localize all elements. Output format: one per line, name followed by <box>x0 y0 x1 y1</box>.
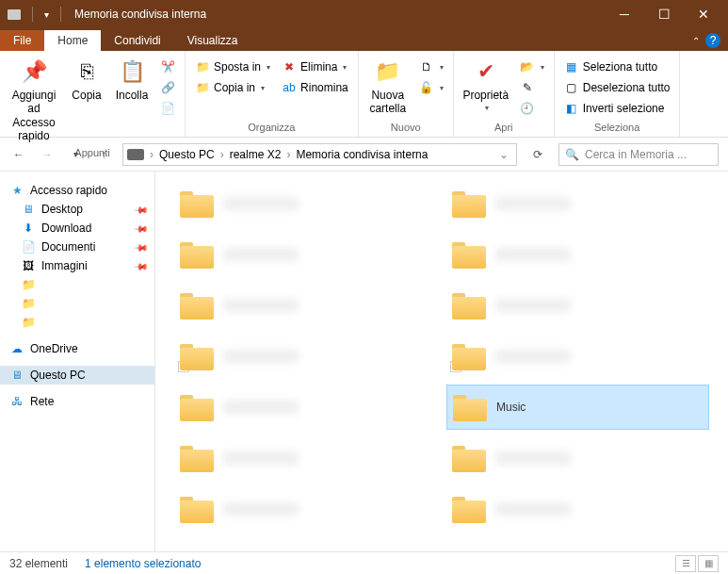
properties-button[interactable]: ✔ Proprietà ▾ <box>460 55 512 114</box>
search-input[interactable]: 🔍 Cerca in Memoria ... <box>558 143 719 166</box>
chevron-down-icon: ▾ <box>267 63 270 72</box>
qat-dropdown-icon[interactable]: ▾ <box>44 9 49 20</box>
forward-button[interactable]: → <box>38 148 57 161</box>
edit-button[interactable]: ✎ <box>516 79 548 96</box>
cut-icon: ✂️ <box>160 60 175 74</box>
sidebar-item-blur3[interactable]: 📁 <box>0 313 154 332</box>
folder-item[interactable] <box>446 486 709 532</box>
help-icon[interactable]: ? <box>705 33 720 48</box>
history-button[interactable]: 🕘 <box>516 100 548 117</box>
new-folder-button[interactable]: 📁 Nuova cartella <box>364 55 412 118</box>
tab-view[interactable]: Visualizza <box>174 30 251 51</box>
chevron-right-icon[interactable]: › <box>150 148 154 161</box>
maximize-button[interactable]: ☐ <box>655 7 673 22</box>
sidebar-item-documents[interactable]: 📄Documenti📌 <box>0 238 154 256</box>
copy-to-button[interactable]: 📁Copia in▾ <box>191 79 274 96</box>
folder-icon: 📁 <box>21 278 36 291</box>
select-all-button[interactable]: ▦Seleziona tutto <box>560 58 674 75</box>
content-area: ★Accesso rapido 🖥Desktop📌 ⬇Download📌 📄Do… <box>0 172 728 551</box>
select-none-button[interactable]: ▢Deseleziona tutto <box>560 79 674 96</box>
back-button[interactable]: ← <box>9 148 28 161</box>
refresh-button[interactable]: ⟳ <box>526 148 549 161</box>
folder-item-music[interactable]: Music <box>446 385 709 430</box>
folder-icon <box>180 240 214 269</box>
folder-item[interactable]: ↗ <box>174 334 437 379</box>
paste-shortcut-button[interactable]: 📄 <box>156 100 179 117</box>
folder-item[interactable] <box>446 435 709 481</box>
chevron-right-icon[interactable]: › <box>220 148 224 161</box>
tab-share[interactable]: Condividi <box>101 30 173 51</box>
crumb-device[interactable]: realme X2 <box>226 148 285 161</box>
easy-access-button[interactable]: 🔓▾ <box>415 79 447 96</box>
chevron-down-icon: ▾ <box>343 63 347 72</box>
separator <box>60 7 61 22</box>
crumb-current[interactable]: Memoria condivisa interna <box>292 148 431 161</box>
chevron-down-icon: ▾ <box>485 104 489 112</box>
pin-icon: 📌 <box>22 57 47 87</box>
new-extra: 🗋▾ 🔓▾ <box>415 55 447 96</box>
folder-icon: 📁 <box>21 316 36 329</box>
breadcrumb[interactable]: › Questo PC › realme X2 › Memoria condiv… <box>122 143 517 166</box>
group-label-new: Nuovo <box>364 120 447 137</box>
paste-icon: 📋 <box>120 57 145 87</box>
details-view-button[interactable]: ☰ <box>675 555 696 572</box>
copy-icon: ⎘ <box>81 57 93 87</box>
properties-icon: ✔ <box>477 57 494 87</box>
sidebar-network[interactable]: 🖧Rete <box>0 392 154 411</box>
folder-item[interactable] <box>174 232 437 277</box>
star-icon: ★ <box>9 184 24 197</box>
crumb-thispc[interactable]: Questo PC <box>155 148 218 161</box>
sidebar-item-desktop[interactable]: 🖥Desktop📌 <box>0 200 154 219</box>
folder-item[interactable] <box>446 283 709 328</box>
file-list[interactable]: ↗ ↗ Music <box>155 172 728 551</box>
folder-item[interactable] <box>174 435 437 481</box>
new-folder-icon: 📁 <box>375 57 400 87</box>
folder-item[interactable] <box>174 181 437 226</box>
tab-home[interactable]: Home <box>44 30 101 51</box>
open-button[interactable]: 📂▾ <box>516 58 548 75</box>
folder-icon <box>180 291 214 320</box>
minimize-button[interactable]: ─ <box>615 7 634 22</box>
tab-file[interactable]: File <box>0 30 44 51</box>
sidebar-onedrive[interactable]: ☁OneDrive <box>0 339 154 358</box>
invert-selection-button[interactable]: ◧Inverti selezione <box>560 100 674 117</box>
device-icon <box>8 9 21 20</box>
up-button[interactable]: ↑ <box>94 148 113 161</box>
recent-locations-button[interactable]: ▾ <box>66 149 85 159</box>
folder-item[interactable]: ↗ <box>446 334 709 379</box>
view-switcher: ☰ ▦ <box>675 555 719 572</box>
sidebar-item-blur2[interactable]: 📁 <box>0 294 154 313</box>
pin-quick-access-button[interactable]: 📌 Aggiungi ad Accesso rapido <box>6 55 62 145</box>
sidebar-quick-access[interactable]: ★Accesso rapido <box>0 181 154 200</box>
chevron-right-icon[interactable]: › <box>286 148 290 161</box>
sidebar-thispc[interactable]: 🖥Questo PC <box>0 366 154 385</box>
copy-path-button[interactable]: 🔗 <box>156 79 179 96</box>
desktop-icon: 🖥 <box>21 203 36 216</box>
ribbon: 📌 Aggiungi ad Accesso rapido ⎘ Copia 📋 I… <box>0 51 728 138</box>
window-title: Memoria condivisa interna <box>74 8 206 21</box>
open-extra: 📂▾ ✎ 🕘 <box>516 55 548 117</box>
folder-item[interactable] <box>174 385 437 430</box>
folder-item[interactable] <box>446 232 709 277</box>
folder-item[interactable] <box>174 283 437 328</box>
address-dropdown-icon[interactable]: ⌄ <box>495 148 512 161</box>
rename-icon: ab <box>282 81 297 94</box>
folder-item[interactable] <box>174 486 437 532</box>
copy-button[interactable]: ⎘ Copia <box>66 55 107 104</box>
move-to-button[interactable]: 📁Sposta in▾ <box>191 58 274 75</box>
folder-item[interactable] <box>446 181 709 226</box>
paste-button[interactable]: 📋 Incolla <box>111 55 153 104</box>
cut-button[interactable]: ✂️ <box>156 58 179 75</box>
delete-button[interactable]: ✖Elimina▾ <box>278 58 352 75</box>
icons-view-button[interactable]: ▦ <box>698 555 719 572</box>
ribbon-help: ⌃ ? <box>692 33 728 51</box>
paste-shortcut-icon: 📄 <box>160 102 175 115</box>
rename-button[interactable]: abRinomina <box>278 79 352 96</box>
close-button[interactable]: ✕ <box>694 7 713 22</box>
folder-icon <box>452 240 486 269</box>
sidebar-item-blur1[interactable]: 📁 <box>0 275 154 294</box>
sidebar-item-pictures[interactable]: 🖼Immagini📌 <box>0 256 154 275</box>
new-item-button[interactable]: 🗋▾ <box>415 58 447 75</box>
collapse-ribbon-icon[interactable]: ⌃ <box>692 36 700 46</box>
sidebar-item-download[interactable]: ⬇Download📌 <box>0 219 154 238</box>
